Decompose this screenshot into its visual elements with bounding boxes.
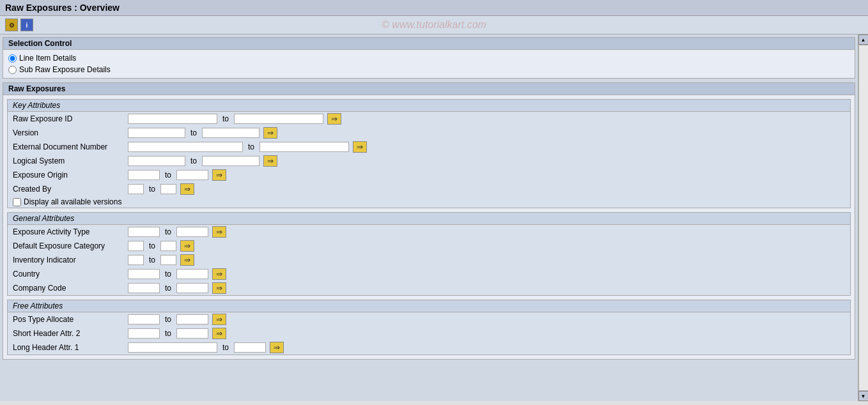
- label-long-header-attr-1: Long Header Attr. 1: [13, 343, 128, 352]
- radio-sub-raw: Sub Raw Exposure Details: [3, 64, 855, 75]
- to-label-9: to: [149, 256, 155, 264]
- arrow-btn-exposure-activity-type[interactable]: [212, 226, 226, 238]
- to-label-2: to: [190, 128, 197, 137]
- arrow-btn-default-exposure-category[interactable]: [180, 240, 194, 252]
- label-created-by: Created By: [13, 185, 128, 194]
- field-company-code: Company Code to: [8, 281, 850, 295]
- field-exposure-origin: Exposure Origin to: [8, 168, 850, 182]
- input-exposure-activity-type-to[interactable]: [176, 227, 208, 237]
- label-default-exposure-category: Default Exposure Category: [13, 241, 128, 250]
- to-label-3: to: [248, 142, 254, 151]
- settings-icon[interactable]: ⚙: [5, 19, 18, 31]
- checkbox-display-all-versions[interactable]: [13, 198, 21, 206]
- input-company-code-to[interactable]: [176, 283, 208, 293]
- arrow-btn-country[interactable]: [212, 268, 226, 280]
- scroll-up-btn[interactable]: ▲: [858, 34, 869, 45]
- arrow-btn-pos-type-allocate[interactable]: [212, 314, 226, 325]
- watermark: © www.tutorialkart.com: [382, 19, 486, 31]
- checkbox-display-all-versions-row: Display all available versions: [8, 196, 850, 208]
- arrow-btn-long-header-attr-1[interactable]: [270, 342, 284, 353]
- input-long-header-attr-1-from[interactable]: [128, 342, 217, 353]
- field-country: Country to: [8, 267, 850, 281]
- input-created-by-from[interactable]: [128, 184, 144, 194]
- free-attributes-title: Free Attributes: [8, 300, 850, 312]
- title-bar: Raw Exposures : Overview: [0, 0, 868, 16]
- input-long-header-attr-1-to[interactable]: [234, 342, 266, 353]
- input-raw-exposure-id-from[interactable]: [128, 114, 217, 124]
- to-label-1: to: [222, 114, 229, 123]
- scrollbar: ▲ ▼: [858, 34, 868, 401]
- input-version-to[interactable]: [202, 128, 260, 138]
- selection-control-title: Selection Control: [3, 38, 855, 50]
- to-label-10: to: [165, 270, 171, 279]
- to-label-12: to: [165, 315, 171, 324]
- input-raw-exposure-id-to[interactable]: [234, 114, 323, 124]
- main-content: Selection Control Line Item Details Sub …: [0, 34, 868, 401]
- input-default-exposure-category-from[interactable]: [128, 241, 144, 251]
- input-version-from[interactable]: [128, 128, 185, 138]
- label-raw-exposure-id: Raw Exposure ID: [13, 114, 128, 123]
- to-label-11: to: [165, 284, 171, 293]
- field-exposure-activity-type: Exposure Activity Type to: [8, 225, 850, 239]
- input-pos-type-allocate-to[interactable]: [176, 314, 208, 325]
- scroll-down-btn[interactable]: ▼: [858, 391, 869, 401]
- arrow-btn-inventory-indicator[interactable]: [180, 254, 194, 266]
- input-ext-doc-num-from[interactable]: [128, 142, 243, 152]
- free-attributes-subsection: Free Attributes Pos Type Allocate to Sho…: [7, 300, 851, 355]
- arrow-btn-version[interactable]: [263, 127, 277, 139]
- to-label-5: to: [165, 171, 171, 180]
- label-version: Version: [13, 128, 128, 137]
- arrow-btn-logical-system[interactable]: [263, 155, 277, 167]
- input-created-by-to[interactable]: [160, 184, 176, 194]
- field-inventory-indicator: Inventory Indicator to: [8, 253, 850, 267]
- page-title: Raw Exposures : Overview: [5, 3, 120, 13]
- input-exposure-activity-type-from[interactable]: [128, 227, 160, 237]
- radio-sub-raw-label: Sub Raw Exposure Details: [19, 65, 111, 74]
- field-ext-doc-num: External Document Number to: [8, 140, 850, 154]
- field-raw-exposure-id: Raw Exposure ID to: [8, 112, 850, 126]
- label-country: Country: [13, 270, 128, 279]
- label-inventory-indicator: Inventory Indicator: [13, 256, 128, 264]
- input-exposure-origin-to[interactable]: [176, 170, 208, 180]
- field-pos-type-allocate: Pos Type Allocate to: [8, 312, 850, 326]
- to-label-7: to: [165, 227, 171, 236]
- input-short-header-attr-2-from[interactable]: [128, 328, 160, 339]
- input-country-to[interactable]: [176, 269, 208, 279]
- general-attributes-subsection: General Attributes Exposure Activity Typ…: [7, 212, 851, 296]
- info-icon[interactable]: i: [20, 19, 33, 31]
- arrow-btn-exposure-origin[interactable]: [212, 169, 226, 181]
- radio-sub-raw-input[interactable]: [8, 66, 17, 74]
- label-short-header-attr-2: Short Header Attr. 2: [13, 329, 128, 338]
- toolbar: ⚙ i © www.tutorialkart.com: [0, 16, 868, 34]
- radio-line-item: Line Item Details: [3, 52, 855, 64]
- radio-line-item-label: Line Item Details: [19, 54, 76, 63]
- input-logical-system-to[interactable]: [202, 156, 260, 166]
- input-logical-system-from[interactable]: [128, 156, 185, 166]
- label-ext-doc-num: External Document Number: [13, 142, 128, 151]
- input-inventory-indicator-from[interactable]: [128, 255, 144, 265]
- label-exposure-origin: Exposure Origin: [13, 171, 128, 180]
- input-default-exposure-category-to[interactable]: [160, 241, 176, 251]
- label-logical-system: Logical System: [13, 157, 128, 165]
- input-ext-doc-num-to[interactable]: [260, 142, 349, 152]
- arrow-btn-short-header-attr-2[interactable]: [212, 328, 226, 339]
- to-label-4: to: [190, 157, 197, 165]
- input-inventory-indicator-to[interactable]: [160, 255, 176, 265]
- arrow-btn-company-code[interactable]: [212, 282, 226, 294]
- input-pos-type-allocate-from[interactable]: [128, 314, 160, 325]
- scroll-track[interactable]: [858, 45, 869, 391]
- arrow-btn-ext-doc-num[interactable]: [353, 141, 367, 153]
- raw-exposures-title: Raw Exposures: [3, 83, 855, 95]
- label-pos-type-allocate: Pos Type Allocate: [13, 315, 128, 324]
- arrow-btn-created-by[interactable]: [180, 183, 194, 195]
- input-exposure-origin-from[interactable]: [128, 170, 160, 180]
- field-created-by: Created By to: [8, 182, 850, 196]
- arrow-btn-raw-exposure-id[interactable]: [327, 113, 341, 125]
- input-country-from[interactable]: [128, 269, 160, 279]
- content-area: Selection Control Line Item Details Sub …: [0, 34, 858, 401]
- field-short-header-attr-2: Short Header Attr. 2 to: [8, 326, 850, 340]
- raw-exposures-section: Raw Exposures Key Attributes Raw Exposur…: [3, 82, 855, 360]
- input-company-code-from[interactable]: [128, 283, 160, 293]
- input-short-header-attr-2-to[interactable]: [176, 328, 208, 339]
- radio-line-item-input[interactable]: [8, 54, 17, 63]
